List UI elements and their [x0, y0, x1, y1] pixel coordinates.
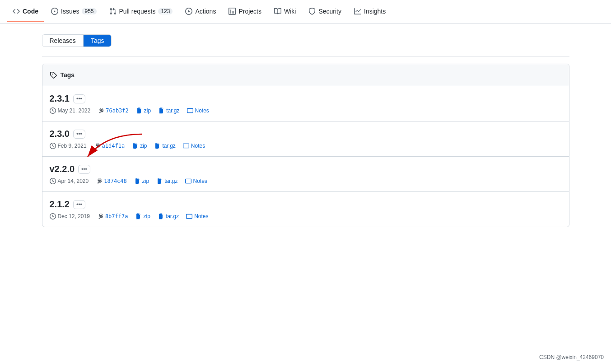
nav-projects-label: Projects	[238, 8, 261, 15]
zip-link[interactable]: zip	[135, 213, 150, 219]
tag-commit: 76ab3f2	[98, 107, 129, 114]
zip-link[interactable]: zip	[132, 143, 147, 149]
notes-icon	[185, 178, 191, 184]
actions-icon	[185, 8, 192, 15]
date-text: Dec 12, 2019	[58, 213, 90, 219]
notes-label: Notes	[195, 107, 209, 114]
tag-commit: 8b7ff7a	[97, 213, 128, 219]
tag-meta: Apr 14, 2020 1874c48 zip	[50, 178, 562, 184]
notes-icon	[187, 107, 193, 114]
commit-hash-link[interactable]: 8b7ff7a	[105, 213, 128, 219]
tag-options-button[interactable]: •••	[78, 165, 90, 174]
nav-code[interactable]: Code	[7, 1, 44, 22]
nav-wiki-label: Wiki	[284, 8, 296, 15]
notes-icon	[183, 143, 189, 149]
tag-options-button[interactable]: •••	[73, 94, 85, 103]
nav-issues[interactable]: Issues 955	[46, 1, 102, 22]
targz-label: tar.gz	[166, 213, 179, 219]
notes-link[interactable]: Notes	[185, 178, 207, 184]
targz-link[interactable]: tar.gz	[158, 107, 179, 114]
main-content: Releases Tags Tags 2.3.1 ••• May	[35, 23, 577, 238]
notes-link[interactable]: Notes	[187, 107, 209, 114]
zip-icon	[136, 107, 142, 114]
key-icon	[98, 107, 104, 114]
issues-badge: 955	[82, 8, 96, 14]
targz-icon	[154, 143, 160, 149]
zip-icon	[135, 213, 141, 219]
tag-version: 2.3.1 •••	[50, 93, 562, 104]
nav-security[interactable]: Security	[303, 1, 347, 22]
notes-link[interactable]: Notes	[183, 143, 205, 149]
notes-label: Notes	[193, 178, 207, 184]
tag-version: v2.2.0 •••	[50, 164, 562, 174]
key-icon	[94, 143, 100, 149]
clock-icon	[50, 213, 56, 219]
key-icon	[97, 213, 103, 219]
tags-toggle-button[interactable]: Tags	[84, 35, 112, 47]
nav-projects[interactable]: Projects	[223, 1, 267, 22]
nav-pr-label: Pull requests	[119, 8, 156, 15]
targz-link[interactable]: tar.gz	[154, 143, 175, 149]
notes-link[interactable]: Notes	[186, 213, 208, 219]
version-label: v2.2.0	[50, 164, 75, 174]
tag-commit: 1874c48	[96, 178, 127, 184]
zip-icon	[132, 143, 138, 149]
zip-label: zip	[140, 143, 147, 149]
nav-insights-label: Insights	[364, 8, 386, 15]
clock-icon	[50, 178, 56, 184]
nav-actions-label: Actions	[195, 8, 216, 15]
tag-date: Apr 14, 2020	[50, 178, 89, 184]
targz-link[interactable]: tar.gz	[158, 213, 179, 219]
tag-date: Feb 9, 2021	[50, 143, 87, 149]
targz-icon	[158, 107, 164, 114]
nav-insights[interactable]: Insights	[349, 1, 391, 22]
version-label: 2.1.2	[50, 199, 70, 210]
zip-label: zip	[143, 213, 150, 219]
tags-header: Tags	[42, 64, 569, 86]
zip-link[interactable]: zip	[134, 178, 149, 184]
nav-pull-requests[interactable]: Pull requests 123	[104, 1, 178, 22]
nav-issues-label: Issues	[61, 8, 79, 15]
tag-row: v2.2.0 ••• Apr 14, 2020 1874c48	[42, 157, 569, 192]
tag-row: 2.3.1 ••• May 21, 2022 76ab3f2	[42, 86, 569, 121]
notes-icon	[186, 213, 192, 219]
nav-actions[interactable]: Actions	[180, 1, 221, 22]
tag-version: 2.3.0 •••	[50, 129, 562, 139]
zip-label: zip	[142, 178, 149, 184]
pr-badge: 123	[158, 8, 173, 14]
top-navigation: Code Issues 955 Pull requests 123 Action…	[0, 0, 611, 23]
nav-code-label: Code	[23, 8, 38, 15]
security-icon	[308, 8, 316, 15]
tag-options-button[interactable]: •••	[73, 130, 85, 139]
tag-version: 2.1.2 •••	[50, 199, 562, 210]
releases-toggle-button[interactable]: Releases	[42, 35, 84, 47]
tag-options-button[interactable]: •••	[73, 200, 85, 209]
date-text: Apr 14, 2020	[58, 178, 89, 184]
commit-hash-link[interactable]: a1d4f1a	[102, 143, 125, 149]
tag-row: 2.1.2 ••• Dec 12, 2019 8b7ff7a	[42, 192, 569, 227]
notes-label: Notes	[191, 143, 205, 149]
zip-label: zip	[144, 107, 151, 114]
targz-label: tar.gz	[166, 107, 179, 114]
key-icon	[96, 178, 102, 184]
code-icon	[13, 8, 20, 15]
targz-link[interactable]: tar.gz	[156, 178, 177, 184]
commit-hash-link[interactable]: 1874c48	[104, 178, 127, 184]
wiki-icon	[274, 8, 281, 15]
nav-security-label: Security	[318, 8, 341, 15]
zip-link[interactable]: zip	[136, 107, 151, 114]
tag-row: 2.3.0 ••• Feb 9, 2021 a1d4f1a	[42, 121, 569, 157]
version-label: 2.3.1	[50, 93, 70, 104]
nav-wiki[interactable]: Wiki	[269, 1, 301, 22]
clock-icon	[50, 143, 56, 149]
zip-icon	[134, 178, 140, 184]
date-text: Feb 9, 2021	[58, 143, 87, 149]
commit-hash-link[interactable]: 76ab3f2	[106, 107, 129, 114]
tag-commit: a1d4f1a	[94, 143, 125, 149]
date-text: May 21, 2022	[58, 107, 91, 114]
targz-icon	[158, 213, 164, 219]
pull-request-icon	[109, 8, 117, 15]
tag-meta: Dec 12, 2019 8b7ff7a zip	[50, 213, 562, 219]
insights-icon	[354, 8, 361, 15]
clock-icon	[50, 107, 56, 114]
